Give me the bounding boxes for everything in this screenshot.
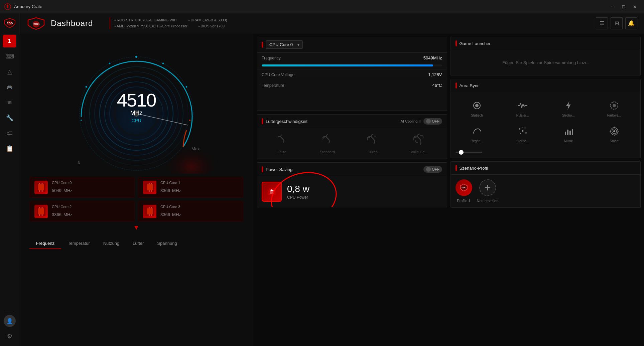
game-launcher-empty-text: Fügen Sie Spiele zur Spielesammlung hinz… (502, 60, 589, 65)
svg-rect-68 (569, 131, 571, 135)
tab-nutzung[interactable]: Nutzung (97, 238, 126, 249)
header-rog-logo: ROG (26, 17, 46, 30)
profile-grid: ROG Profile 1 (451, 175, 641, 207)
fan-toggle-area: AI Cooling II OFF (401, 118, 442, 125)
svg-rect-67 (567, 130, 568, 135)
tag-icon: 🏷 (7, 130, 13, 137)
sidebar-item-settings[interactable]: ⚙ (3, 329, 17, 343)
fan-mode-full[interactable]: Volle Ge... (411, 133, 428, 154)
svg-text:0: 0 (78, 160, 80, 165)
scenario-profile-title: Szenario-Profil (460, 166, 488, 171)
sidebar-item-dashboard[interactable]: 1 (3, 34, 17, 48)
tuning-icon: 🔧 (6, 114, 13, 122)
fan-mode-leise[interactable]: Leise (276, 133, 288, 154)
fan-standard-icon (321, 133, 334, 147)
tab-temperatur[interactable]: Temperatur (61, 238, 97, 249)
sidebar-item-scenario[interactable]: 📋 (3, 142, 17, 156)
power-value: 0,8 w (287, 184, 309, 194)
aura-static-label: Statisch (471, 114, 483, 117)
close-button[interactable]: ✕ (630, 3, 640, 11)
tab-spannung[interactable]: Spannung (150, 238, 183, 249)
sidebar-item-fan[interactable]: ≋ (3, 96, 17, 110)
app-body: ROG 1 ⌨ △ 🎮 ≋ 🔧 🏷 📋 👤 (0, 13, 644, 346)
aura-mode-regen[interactable]: Regen... (456, 123, 499, 146)
fan-mode-standard[interactable]: Standard (320, 133, 335, 154)
list-view-button[interactable]: ☰ (596, 17, 608, 29)
aura-slider-track[interactable] (456, 152, 482, 153)
cpu-core-widget-header: CPU Core 0 CPU Core 1 CPU Core 2 CPU Cor… (257, 37, 447, 52)
gauge-unit: MHz (117, 110, 156, 117)
aura-smart-icon (608, 125, 620, 137)
scenario-profile-header-left: Szenario-Profil (456, 165, 488, 171)
sidebar-item-armoury[interactable]: △ (3, 65, 17, 79)
tab-luefter[interactable]: Lüfter (126, 238, 150, 249)
freq-bar-container (257, 63, 447, 69)
aura-modes-grid: Statisch Pulsier... (451, 92, 641, 150)
fan-toggle[interactable]: OFF (423, 118, 442, 125)
svg-rect-69 (572, 129, 573, 135)
right-col-right: Game Launcher Fügen Sie Spiele zur Spiel… (450, 37, 641, 343)
gauge-center: 4510 MHz CPU (117, 91, 156, 123)
right-columns: CPU Core 0 CPU Core 1 CPU Core 2 CPU Cor… (257, 37, 641, 343)
sidebar-item-user[interactable]: 👤 (3, 314, 17, 328)
game-launcher-body: Fügen Sie Spiele zur Spielesammlung hinz… (451, 50, 641, 75)
aura-regen-label: Regen... (471, 139, 483, 143)
settings-icon: ⚙ (7, 333, 12, 340)
sidebar-item-tag[interactable]: 🏷 (3, 126, 17, 140)
temperature-label: Temperature (262, 83, 284, 88)
svg-point-13 (186, 86, 187, 88)
aura-mode-farbwe[interactable]: Farbwe... (593, 97, 636, 120)
aura-mode-strobo[interactable]: Strobo... (547, 97, 590, 120)
header-actions: ☰ ⊞ 🔔 (596, 17, 637, 29)
minimize-button[interactable]: ─ (607, 3, 617, 11)
aura-sync-title: Aura Sync (460, 83, 480, 88)
sidebar-item-tuning[interactable]: 🔧 (3, 111, 17, 125)
header-title: Dashboard (51, 19, 93, 28)
profile-item-create[interactable]: Neu erstellen (477, 179, 499, 203)
core-name-3: CPU Core 3 (160, 205, 238, 209)
create-label: Neu erstellen (477, 199, 499, 203)
aura-slider-container (451, 150, 641, 158)
aura-mode-static[interactable]: Statisch (456, 97, 499, 120)
game-launcher-widget: Game Launcher Fügen Sie Spiele zur Spiel… (450, 37, 641, 75)
svg-rect-66 (565, 132, 566, 135)
sidebar-item-gamepad[interactable]: 🎮 (3, 80, 17, 94)
cpu-core-select-wrapper[interactable]: CPU Core 0 CPU Core 1 CPU Core 2 CPU Cor… (266, 40, 303, 49)
svg-point-12 (162, 63, 164, 64)
grid-view-button[interactable]: ⊞ (611, 17, 623, 29)
aura-sterne-label: Sterne... (516, 139, 529, 143)
svg-point-15 (86, 86, 87, 88)
aura-mode-sterne[interactable]: Sterne... (501, 123, 544, 146)
aura-strobo-icon (562, 100, 574, 112)
svg-rect-41 (38, 208, 44, 214)
svg-point-62 (522, 130, 523, 132)
power-accent-bar (262, 166, 263, 172)
fan-mode-turbo[interactable]: Turbo (367, 133, 379, 154)
sidebar-item-keyboard[interactable]: ⌨ (3, 49, 17, 63)
maximize-button[interactable]: □ (619, 3, 629, 11)
aura-static-icon (471, 100, 483, 112)
profile-item-1[interactable]: ROG Profile 1 (456, 179, 472, 203)
svg-point-16 (81, 120, 82, 121)
core-info-0: CPU Core 0 5049 MHz (52, 181, 130, 194)
profile-add-icon (479, 179, 496, 196)
svg-point-60 (519, 128, 520, 130)
tab-frequenz[interactable]: Frequenz (29, 238, 61, 249)
aura-slider-thumb[interactable] (459, 150, 464, 155)
ai-cooling-label: AI Cooling II (401, 119, 421, 123)
user-avatar: 👤 (4, 315, 16, 327)
svg-point-63 (525, 132, 527, 134)
aura-mode-smart[interactable]: Smart (593, 123, 636, 146)
power-toggle[interactable]: OFF (423, 166, 442, 173)
svg-point-17 (189, 120, 190, 121)
core-freq-0: 5049 MHz (52, 185, 130, 194)
svg-point-57 (475, 104, 479, 107)
aura-pulsier-icon (517, 100, 529, 112)
fan-standard-label: Standard (320, 150, 335, 154)
aura-mode-pulsier[interactable]: Pulsier... (501, 97, 544, 120)
svg-point-65 (522, 128, 523, 128)
power-sub-label: CPU Power (287, 195, 309, 200)
notification-button[interactable]: 🔔 (625, 17, 637, 29)
cpu-core-select[interactable]: CPU Core 0 CPU Core 1 CPU Core 2 CPU Cor… (266, 40, 303, 49)
aura-mode-musik[interactable]: Musik (547, 123, 590, 146)
